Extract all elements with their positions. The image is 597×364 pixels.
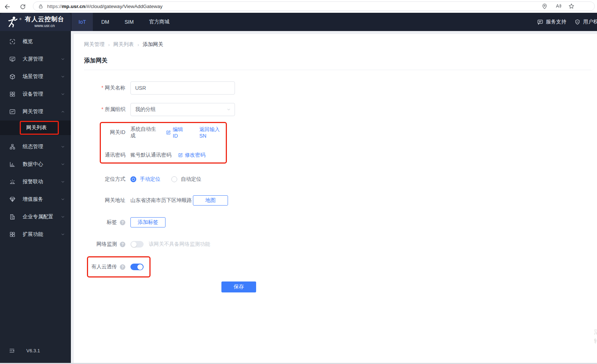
sidebar-subitem-label: 网关列表 bbox=[26, 124, 47, 131]
collapse-sidebar-button[interactable] bbox=[9, 348, 15, 354]
sidebar-item-gateway-mgmt[interactable]: 网关管理 bbox=[0, 103, 71, 120]
url-host: mp.usr.cn bbox=[62, 4, 85, 9]
required-asterisk: * bbox=[102, 85, 103, 91]
cloud-passthrough-toggle[interactable] bbox=[130, 264, 144, 270]
location-mode-label: 定位方式 bbox=[105, 176, 125, 183]
network-monitor-toggle[interactable] bbox=[130, 241, 144, 248]
url-text: https://mp.usr.cn/#/cloud/gateway/ViewAd… bbox=[47, 4, 163, 9]
chevron-down-icon bbox=[227, 107, 231, 112]
edit-square-icon bbox=[178, 153, 183, 158]
sidebar-nav: 概览 大屏管理 场景管理 设备管理 网关管理 网关列表 bbox=[0, 31, 71, 364]
back-arrow-icon bbox=[4, 3, 11, 10]
help-icon[interactable]: ? bbox=[120, 242, 125, 247]
gateway-address-label-cell: 网关地址 bbox=[74, 197, 125, 204]
send-to-device-button[interactable] bbox=[540, 2, 548, 10]
help-icon[interactable]: ? bbox=[120, 220, 125, 225]
organization-label-cell: *所属组织 bbox=[74, 106, 125, 113]
breadcrumb-gateway-mgmt[interactable]: 网关管理 bbox=[84, 41, 104, 48]
chevron-up-icon bbox=[61, 110, 65, 114]
breadcrumb-gateway-list[interactable]: 网关列表 bbox=[113, 41, 134, 48]
edit-id-link[interactable]: 编辑ID bbox=[166, 126, 187, 139]
cloud-passthrough-label-cell: 有人云透传 ? bbox=[88, 264, 125, 270]
sidebar-item-data-center[interactable]: 数据中心 bbox=[0, 156, 71, 173]
sidebar-item-screen-mgmt[interactable]: 大屏管理 bbox=[0, 50, 71, 68]
sidebar-item-label: 报警联动 bbox=[23, 179, 61, 185]
browser-refresh-button[interactable] bbox=[18, 1, 28, 12]
read-aloud-button[interactable] bbox=[554, 2, 562, 10]
app-header: ® 有人云控制台 www.usr.cn IoT DM SIM 官方商城 服务支持… bbox=[0, 13, 597, 31]
sidebar-item-gateway-list[interactable]: 网关列表 bbox=[0, 120, 71, 135]
header-right-group: 服务支持 用户权限 bbox=[537, 13, 597, 31]
user-permission-button[interactable]: 用户权限 bbox=[574, 19, 597, 25]
add-tag-button[interactable]: 添加标签 bbox=[130, 217, 166, 227]
organization-select[interactable]: 我的分组 bbox=[130, 103, 235, 116]
sidebar-item-alarm-linkage[interactable]: 报警联动 bbox=[0, 173, 71, 191]
big-screen-icon bbox=[9, 56, 16, 62]
gem-icon bbox=[9, 196, 16, 203]
map-button[interactable]: 地图 bbox=[193, 195, 228, 206]
auto-location-label[interactable]: 自动定位 bbox=[181, 176, 201, 183]
tab-dm[interactable]: DM bbox=[94, 13, 116, 31]
back-to-sn-link[interactable]: 返回输入SN bbox=[199, 126, 226, 139]
edit-id-label: 编辑ID bbox=[173, 126, 187, 139]
save-button[interactable]: 保存 bbox=[221, 281, 256, 292]
tags-label: 标签 bbox=[107, 219, 117, 226]
help-icon[interactable]: ? bbox=[120, 264, 125, 270]
tab-official-mall[interactable]: 官方商城 bbox=[142, 13, 176, 31]
toggle-knob bbox=[131, 242, 137, 247]
star-icon bbox=[568, 3, 575, 9]
shield-icon bbox=[574, 19, 581, 25]
annotation-box-id-password: 网关ID 系统自动生成 编辑ID 返回输入SN bbox=[100, 122, 227, 164]
gateway-name-input[interactable] bbox=[130, 81, 235, 95]
sidebar-item-enterprise-config[interactable]: 企业专属配置 bbox=[0, 208, 71, 226]
add-gateway-form: *网关名称 *所属组织 我的分组 网关ID bbox=[74, 81, 597, 292]
service-support-button[interactable]: 服务支持 bbox=[537, 19, 566, 25]
sidebar-item-label: 场景管理 bbox=[23, 73, 61, 80]
app-logo[interactable]: ® 有人云控制台 www.usr.cn bbox=[0, 13, 71, 31]
sidebar-item-label: 组态管理 bbox=[23, 143, 61, 150]
address-bar[interactable]: https://mp.usr.cn/#/cloud/gateway/ViewAd… bbox=[33, 1, 595, 11]
browser-toolbar: https://mp.usr.cn/#/cloud/gateway/ViewAd… bbox=[0, 0, 597, 13]
gateway-name-label: 网关名称 bbox=[105, 85, 125, 91]
change-password-link[interactable]: 修改密码 bbox=[178, 152, 205, 158]
main-content-panel: 网关管理 › 网关列表 › 添加网关 添加网关 *网关名称 *所属组织 我的分组 bbox=[74, 34, 597, 364]
sidebar-item-extensions[interactable]: 扩展功能 bbox=[0, 226, 71, 243]
comm-password-label-cell: 通讯密码 bbox=[101, 152, 125, 158]
alarm-siren-icon bbox=[9, 179, 16, 185]
extensions-grid-icon bbox=[9, 231, 16, 238]
organization-label: 所属组织 bbox=[105, 106, 125, 112]
sidebar-item-device-mgmt[interactable]: 设备管理 bbox=[0, 85, 71, 103]
sidebar-item-scada-mgmt[interactable]: 组态管理 bbox=[0, 138, 71, 156]
sidebar-item-label: 概览 bbox=[23, 38, 65, 45]
tab-sim[interactable]: SIM bbox=[118, 13, 141, 31]
usr-runner-logo-icon bbox=[7, 16, 18, 28]
tags-row: 标签 ? 添加标签 bbox=[74, 217, 597, 227]
sidebar-item-overview[interactable]: 概览 bbox=[0, 33, 71, 50]
registered-mark: ® bbox=[19, 18, 22, 21]
radio-manual-location[interactable] bbox=[130, 176, 136, 182]
change-password-label: 修改密码 bbox=[185, 152, 205, 158]
cloud-passthrough-label: 有人云透传 bbox=[91, 264, 117, 270]
radio-auto-location[interactable] bbox=[171, 176, 177, 182]
manual-location-label[interactable]: 手动定位 bbox=[140, 176, 160, 183]
sidebar-item-value-added-services[interactable]: 增值服务 bbox=[0, 191, 71, 208]
sidebar-item-label: 设备管理 bbox=[23, 91, 61, 97]
edge-widget-char: 活 bbox=[594, 327, 597, 336]
comm-password-label: 通讯密码 bbox=[105, 152, 125, 158]
edge-floating-widget[interactable]: 活 转 bbox=[594, 327, 597, 345]
network-monitor-label-cell: 网络监测 ? bbox=[74, 241, 125, 248]
browser-back-button[interactable] bbox=[2, 1, 12, 12]
comm-password-row: 通讯密码 账号默认通讯密码 修改密码 bbox=[101, 150, 226, 160]
gateway-id-row: 网关ID 系统自动生成 编辑ID 返回输入SN bbox=[101, 126, 226, 139]
overview-icon bbox=[9, 38, 16, 45]
sidebar-item-scene-mgmt[interactable]: 场景管理 bbox=[0, 68, 71, 85]
tags-label-cell: 标签 ? bbox=[74, 219, 125, 226]
edit-square-icon bbox=[166, 130, 171, 135]
chevron-down-icon bbox=[61, 162, 65, 166]
favorite-button[interactable] bbox=[567, 2, 575, 10]
gateway-chart-icon bbox=[9, 108, 16, 115]
scada-nodes-icon bbox=[9, 143, 16, 150]
tab-iot[interactable]: IoT bbox=[72, 13, 93, 31]
sidebar-footer: V6.3.1 bbox=[0, 348, 71, 354]
version-label: V6.3.1 bbox=[26, 348, 40, 353]
